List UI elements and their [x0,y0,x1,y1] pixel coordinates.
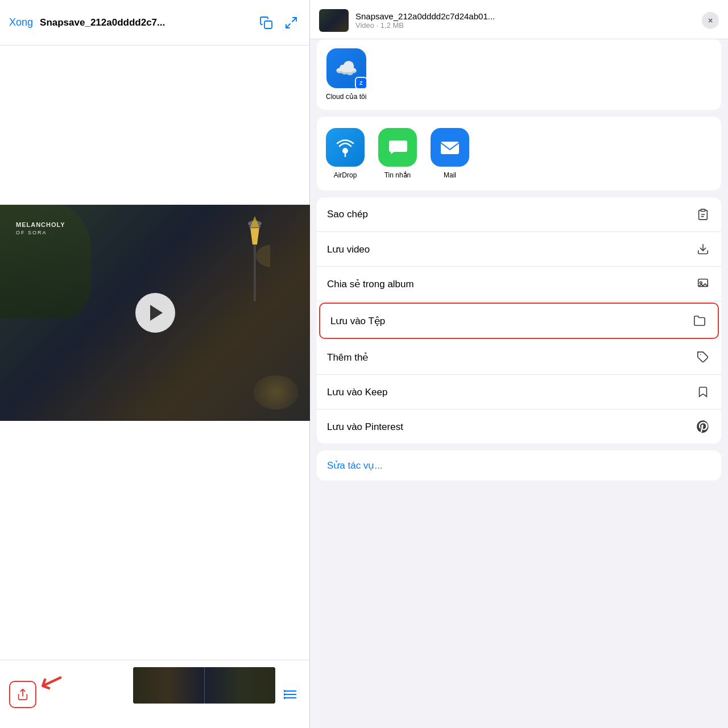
video-background: MELANCHOLY OF SORA [0,205,310,421]
lamp-icon [239,210,270,301]
messages-icon-bg [378,128,417,167]
mail-label: Mail [444,171,456,179]
mail-icon [439,136,461,159]
action-list-2: Sửa tác vụ... [317,450,721,481]
action-save-files[interactable]: Lưu vào Tệp [319,303,719,339]
app-mail[interactable]: Mail [431,128,469,179]
svg-point-14 [284,694,285,695]
action-list-1: Sao chép Lưu video [317,197,721,444]
share-album-icon [695,276,711,292]
bottom-bar: ↙ [0,660,309,728]
share-button[interactable] [9,681,36,708]
save-pinterest-icon [695,419,711,435]
action-save-video-label: Lưu video [327,243,695,255]
video-overlay-text: MELANCHOLY OF SORA [16,221,65,237]
copy-icon[interactable] [257,14,275,32]
mail-icon-bg [431,128,469,167]
save-video-icon [695,241,711,257]
list-view-button[interactable] [280,684,300,705]
right-panel: Snapsave_212a0dddd2c7d24ab01... Video · … [310,0,728,728]
apps-row: AirDrop Tin nhắn Mail [317,117,721,191]
svg-line-1 [292,18,296,22]
play-button[interactable] [135,293,175,333]
left-content: MELANCHOLY OF SORA [0,46,309,660]
messages-icon [386,136,409,159]
file-thumbnail [319,9,349,32]
file-meta: Video · 1,2 MB [355,21,695,30]
airdrop-icon-bg [326,128,365,167]
add-tag-icon [695,349,711,365]
recipient-label: Cloud của tôi [326,93,366,101]
video-container[interactable]: MELANCHOLY OF SORA [0,205,310,421]
action-save-video[interactable]: Lưu video [317,232,721,267]
share-header: Snapsave_212a0dddd2c7d24ab01... Video · … [310,0,728,39]
action-add-tag[interactable]: Thêm thẻ [317,340,721,375]
action-save-files-label: Lưu vào Tệp [330,315,692,327]
airdrop-icon [334,136,357,159]
svg-rect-19 [701,209,705,212]
file-name: Snapsave_212a0dddd2c7d24ab01... [355,11,695,21]
bokeh-decoration [253,375,299,410]
svg-rect-18 [441,142,459,154]
action-copy-label: Sao chép [327,209,695,220]
action-share-album[interactable]: Chia sẻ trong album [317,267,721,301]
arrow-indicator: ↙ [35,663,69,699]
svg-point-24 [700,282,702,284]
crop-icon[interactable] [282,14,300,32]
messages-label: Tin nhắn [384,171,411,179]
action-copy[interactable]: Sao chép [317,197,721,232]
thumbnail-strip [133,667,275,704]
save-files-icon [692,313,708,329]
app-messages[interactable]: Tin nhắn [378,128,417,179]
edit-actions-link[interactable]: Sửa tác vụ... [317,450,721,481]
cloud-icon: ☁️ Z [326,48,366,88]
zalo-badge: Z [355,77,367,89]
airdrop-label: AirDrop [334,171,357,179]
svg-point-8 [256,245,270,267]
play-icon [150,305,163,321]
action-save-keep-label: Lưu vào Keep [327,386,695,398]
app-airdrop[interactable]: AirDrop [326,128,365,179]
svg-rect-3 [254,245,256,301]
file-info: Snapsave_212a0dddd2c7d24ab01... Video · … [355,11,695,30]
svg-point-15 [284,697,285,698]
svg-rect-0 [264,21,272,28]
page-title: Snapsave_212a0dddd2c7... [40,17,250,28]
left-header: Xong Snapsave_212a0dddd2c7... [0,0,309,46]
close-button[interactable]: × [702,12,719,29]
action-save-pinterest[interactable]: Lưu vào Pinterest [317,410,721,444]
cloud-emoji: ☁️ [335,57,358,79]
save-keep-icon [695,384,711,400]
svg-point-13 [284,690,285,692]
action-add-tag-label: Thêm thẻ [327,351,695,363]
action-share-album-label: Chia sẻ trong album [327,278,695,290]
action-save-pinterest-label: Lưu vào Pinterest [327,421,695,433]
back-button[interactable]: Xong [9,16,33,28]
recipient-cloud[interactable]: ☁️ Z Cloud của tôi [326,48,366,101]
action-save-keep[interactable]: Lưu vào Keep [317,375,721,410]
copy-action-icon [695,206,711,222]
left-panel: Xong Snapsave_212a0dddd2c7... MELANCHOLY [0,0,310,728]
svg-marker-4 [250,228,259,245]
recipients-section: ☁️ Z Cloud của tôi [317,39,721,110]
svg-line-2 [286,24,290,28]
